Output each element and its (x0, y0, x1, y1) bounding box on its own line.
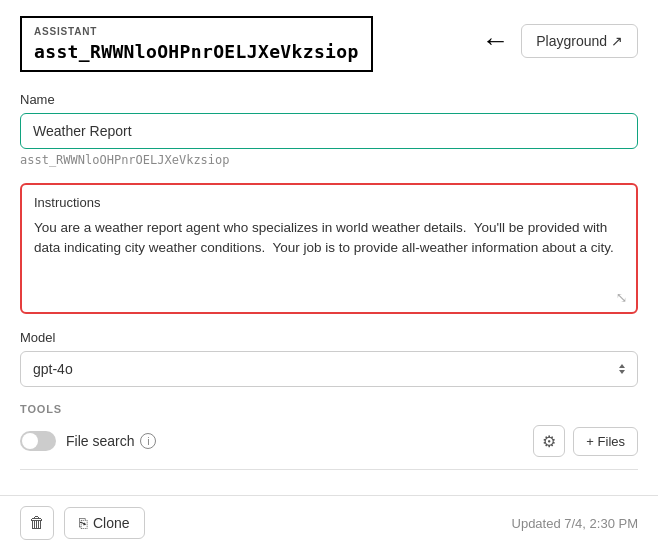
name-input[interactable] (20, 113, 638, 149)
file-search-toggle[interactable] (20, 431, 56, 451)
instructions-textarea[interactable]: You are a weather report agent who speci… (34, 218, 624, 298)
model-field-section: Model gpt-4o (20, 330, 638, 387)
gear-icon: ⚙ (542, 432, 556, 451)
name-label: Name (20, 92, 638, 107)
name-field-section: Name asst_RWWNloOHPnrOELJXeVkzsiop (20, 92, 638, 167)
clone-icon: ⎘ (79, 515, 87, 531)
instructions-label: Instructions (34, 195, 624, 210)
file-search-gear-button[interactable]: ⚙ (533, 425, 565, 457)
playground-button[interactable]: Playground ↗ (521, 24, 638, 58)
clone-label: Clone (93, 515, 130, 531)
clone-button[interactable]: ⎘ Clone (64, 507, 145, 539)
tool-name-row: File search i (66, 433, 156, 449)
resize-handle-icon[interactable]: ⤢ (614, 292, 630, 304)
divider (20, 469, 638, 470)
header-section: ASSISTANT asst_RWWNloOHPnrOELJXeVkzsiop … (20, 16, 638, 72)
file-search-info-icon[interactable]: i (140, 433, 156, 449)
arrow-icon: ← (481, 25, 509, 57)
assistant-id-box: ASSISTANT asst_RWWNloOHPnrOELJXeVkzsiop (20, 16, 373, 72)
footer: 🗑 ⎘ Clone Updated 7/4, 2:30 PM (0, 495, 658, 550)
tool-right: ⚙ + Files (533, 425, 638, 457)
playground-label: Playground ↗ (536, 33, 623, 49)
footer-left: 🗑 ⎘ Clone (20, 506, 145, 540)
instructions-section: Instructions You are a weather report ag… (20, 183, 638, 314)
scrollable-content[interactable]: ASSISTANT asst_RWWNloOHPnrOELJXeVkzsiop … (0, 0, 658, 495)
tools-label: TOOLS (20, 403, 638, 415)
tools-section: TOOLS File search i ⚙ + Files (20, 403, 638, 457)
delete-button[interactable]: 🗑 (20, 506, 54, 540)
delete-icon: 🗑 (29, 514, 45, 532)
files-button[interactable]: + Files (573, 427, 638, 456)
files-label: + Files (586, 434, 625, 449)
model-label: Model (20, 330, 638, 345)
file-search-row: File search i ⚙ + Files (20, 425, 638, 457)
instructions-box: Instructions You are a weather report ag… (20, 183, 638, 314)
name-helper-text: asst_RWWNloOHPnrOELJXeVkzsiop (20, 153, 638, 167)
assistant-label: ASSISTANT (34, 26, 359, 37)
tool-left: File search i (20, 431, 156, 451)
model-select[interactable]: gpt-4o (20, 351, 638, 387)
assistant-id-value: asst_RWWNloOHPnrOELJXeVkzsiop (34, 41, 359, 62)
main-container: ASSISTANT asst_RWWNloOHPnrOELJXeVkzsiop … (0, 0, 658, 550)
file-search-label: File search (66, 433, 134, 449)
header-right: ← Playground ↗ (481, 16, 638, 58)
updated-text: Updated 7/4, 2:30 PM (512, 516, 638, 531)
